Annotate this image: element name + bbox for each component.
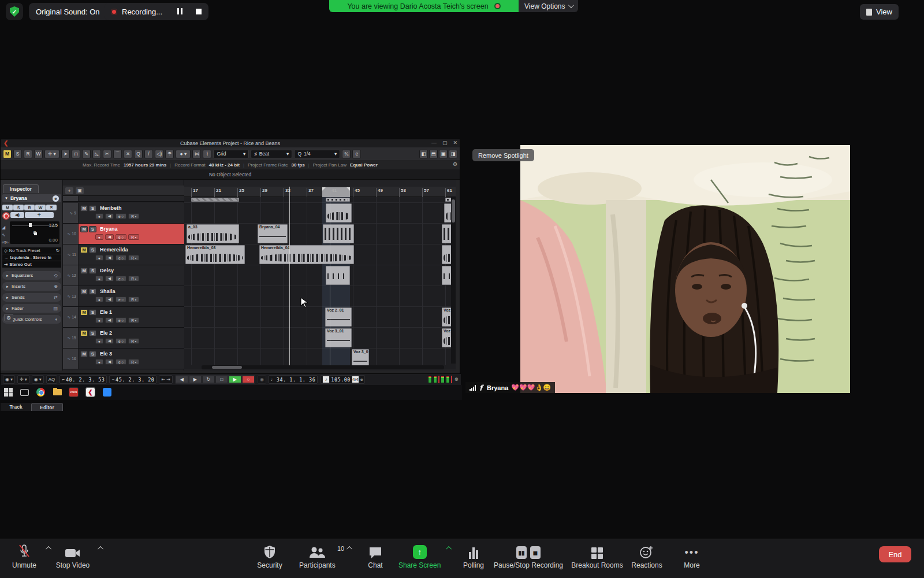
task-view-button[interactable] [20,387,29,397]
audio-clip-voz-2_01[interactable]: Voz 2_01 [325,307,352,327]
crossfade-button[interactable]: ⋈ [192,150,201,158]
track-mute-button[interactable]: M [80,288,88,295]
inspector-track-header[interactable]: ▼ Bryana e [2,194,61,202]
line-tool[interactable]: / [144,150,153,158]
vertical-scrollbar[interactable] [451,197,456,364]
play-button[interactable]: ▶ [229,376,241,383]
read-automation-button[interactable]: R [24,150,32,158]
reactions-button[interactable]: Reactions [629,544,664,569]
stop-button[interactable]: □ [215,376,228,383]
cubase-arrange-area[interactable]: 172125293337414549535761 a_03Bryana_04He… [184,180,456,370]
track-edit-channel[interactable]: e ○ [116,338,126,344]
track-automation[interactable]: R ▪ [128,297,139,302]
input-routing-row[interactable]: → Izquierda - Stereo In [2,254,61,261]
track-mute-button[interactable]: M [80,330,88,336]
cubase-titlebar[interactable]: ❮ Cubase Elements Project - Rice and Bea… [1,139,460,147]
track-mute-button[interactable]: M [80,205,88,212]
track-record-enable[interactable]: ● [95,359,103,365]
inspector-write-button[interactable]: W [35,205,46,210]
racks-toggle[interactable]: ◨ [449,150,457,158]
inspector-section-sends[interactable]: ►Sends⇄ [2,293,61,302]
tab-track[interactable]: Track [1,403,31,411]
track-lane[interactable] [184,203,456,224]
minimize-button[interactable]: — [431,140,437,146]
range-tool[interactable]: ⊓ [72,150,80,158]
view-button[interactable]: View [860,4,899,20]
inspector-section-equalizers[interactable]: ►Equalizers◇ [2,271,61,280]
track-solo-button[interactable]: S [89,226,96,232]
participants-options-caret[interactable] [346,546,352,552]
track-lane[interactable] [184,328,456,349]
track-edit-channel[interactable]: e ○ [116,213,126,219]
pause-recording-button[interactable] [176,8,183,16]
track-monitor[interactable]: ◀ [105,234,114,240]
unmute-button[interactable]: Unmute [7,544,42,569]
play-tool[interactable]: ◁) [155,150,163,158]
playhead-cursor[interactable] [289,187,290,369]
movies-app-icon[interactable] [102,387,112,397]
chrome-icon[interactable] [36,387,46,397]
inspector-mute-button[interactable]: M [2,205,13,210]
position-value[interactable]: 34. 1. 1. 36 [277,377,315,383]
track-solo-button[interactable]: S [89,309,96,316]
track-edit-channel[interactable]: e ○ [116,255,126,261]
track-edit-channel[interactable]: e ○ [116,297,126,302]
track-monitor[interactable]: ◀ [105,213,114,219]
track-preset-row[interactable]: ◇ No Track Preset ↻ [2,247,61,254]
snap-type-dropdown[interactable]: Grid▾ [213,150,249,158]
track-solo-button[interactable]: S [89,288,96,295]
overview-toggle[interactable]: ▣ [439,150,448,158]
meeting-info-button[interactable]: ✓ [6,3,23,20]
audio-clip-hemereilda_04[interactable]: Hemereilda_04 [259,245,354,264]
aq-button[interactable]: AQ [46,375,58,384]
right-locator-value[interactable]: 45. 2. 3. 20 [116,377,154,383]
glue-tool[interactable]: ⌒ [113,150,122,158]
track-solo-button[interactable]: S [89,205,96,212]
track-edit-channel[interactable]: e ○ [116,359,126,365]
participant-video-tile[interactable] [520,145,850,393]
track-record-enable[interactable]: ● [95,338,103,344]
tempo-group[interactable]: ♪ 105.00 4/4 e [320,375,365,384]
edit-channel-button[interactable]: e [53,195,59,202]
track-record-enable[interactable]: ● [95,213,103,219]
auto-fades-button[interactable]: ✛ [25,212,54,218]
polling-button[interactable]: Polling [456,544,491,569]
track-automation[interactable]: R ▪ [128,317,139,323]
share-options-caret[interactable] [446,546,452,552]
track-row-ele-1[interactable]: ∿14MSEle 1●◀e ○R ▪ [63,307,184,328]
track-edit-channel[interactable]: e ○ [116,234,126,240]
split-tool[interactable]: ✂ [103,150,111,158]
select-tool[interactable]: ➤ [61,150,70,158]
arranger-button[interactable]: ◉ [258,375,266,384]
transport-auto-group[interactable]: ✛▾ [17,375,29,384]
track-row-partial[interactable] [63,196,184,202]
audio-clip-hemereilda_03[interactable]: Hemereilda_03 [185,245,245,264]
track-mute-button[interactable]: M [80,309,88,316]
track-mute-button[interactable]: M [80,268,88,274]
inspector-read-button[interactable]: R [24,205,35,210]
track-name[interactable]: Meribeth [100,205,122,211]
go-to-next-marker-button[interactable]: ▶ [189,376,202,383]
track-solo-button[interactable]: S [89,351,96,357]
stop-video-button[interactable]: Stop Video [55,544,90,569]
tempo-value[interactable]: 105.00 [331,377,351,383]
track-automation[interactable]: R ▪ [128,213,139,219]
inspector-solo-button[interactable]: S [13,205,24,210]
position-group[interactable]: ♩ 34. 1. 1. 36 [269,375,318,384]
track-lane[interactable] [184,265,456,286]
audio-clip-voz-3_01[interactable]: Voz 3_01 [325,328,352,347]
left-locator-value[interactable]: 40. 2. 3. 53 [66,377,105,383]
track-automation[interactable]: R ▪ [128,338,139,344]
track-name[interactable]: Ele 1 [100,309,112,315]
timeline-ruler[interactable]: 172125293337414549535761 [184,187,456,197]
track-monitor[interactable]: ◀ [105,359,114,365]
mute-all-button[interactable]: M [3,150,12,158]
track-monitor[interactable]: ◀ [105,276,114,281]
track-record-enable[interactable]: ● [95,276,103,281]
track-row-hemereilda[interactable]: ∿11MSHemereilda●◀e ○R ▪ [63,244,184,265]
inspector-section-inserts[interactable]: ►Inserts⊕ [2,282,61,291]
color-menu-button[interactable]: ● ▾ [176,150,191,158]
transport-gear-icon[interactable]: ⚙ [454,377,459,382]
track-mute-button[interactable]: M [80,226,88,232]
track-record-enable[interactable]: ● [95,297,103,302]
